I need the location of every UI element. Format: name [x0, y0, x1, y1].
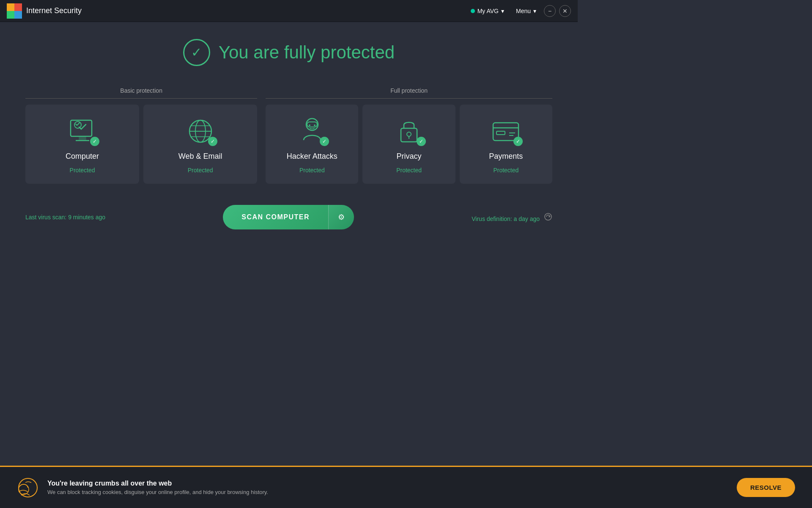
refresh-virus-def-button[interactable] [544, 213, 552, 221]
hacker-attacks-card-name: Hacker Attacks [287, 152, 337, 161]
menu-button[interactable]: Menu ▾ [512, 5, 540, 17]
last-scan-value: 9 minutes ago [68, 214, 105, 221]
menu-chevron-icon: ▾ [533, 8, 536, 14]
virus-def-value: a day ago [514, 215, 540, 222]
protection-groups: Basic protection ✓ [25, 87, 552, 184]
computer-card-name: Computer [66, 152, 99, 161]
svg-rect-5 [79, 137, 86, 140]
payments-protected-badge: ✓ [513, 137, 523, 146]
last-scan-label: Last virus scan: [25, 214, 66, 221]
close-button[interactable]: ✕ [559, 5, 571, 17]
myavg-button[interactable]: My AVG ▾ [466, 5, 508, 17]
privacy-protected-badge: ✓ [417, 137, 426, 146]
privacy-card[interactable]: ✓ Privacy Protected [362, 105, 455, 184]
scan-settings-button[interactable]: ⚙ [328, 205, 354, 229]
payments-card-icon: ✓ [489, 116, 523, 146]
virus-def-label: Virus definition: [472, 215, 512, 222]
svg-rect-14 [307, 122, 317, 127]
web-email-card-name: Web & Email [178, 152, 222, 161]
computer-protected-badge: ✓ [90, 137, 99, 146]
computer-card[interactable]: ✓ Computer Protected [25, 105, 139, 184]
payments-card[interactable]: ✓ Payments Protected [460, 105, 552, 184]
refresh-icon [544, 213, 552, 221]
status-circle-icon: ✓ [183, 39, 210, 66]
hacker-attacks-card-status: Protected [299, 167, 325, 174]
virus-def-info: Virus definition: a day ago [472, 213, 552, 222]
payments-card-status: Protected [493, 167, 518, 174]
svg-point-16 [314, 124, 315, 126]
web-email-card[interactable]: ✓ Web & Email Protected [143, 105, 257, 184]
svg-rect-2 [7, 11, 14, 19]
basic-protection-cards: ✓ Computer Protected [25, 105, 257, 184]
scan-bar: Last virus scan: 9 minutes ago SCAN COMP… [25, 205, 552, 229]
web-email-protected-badge: ✓ [208, 137, 217, 146]
svg-rect-22 [497, 131, 505, 135]
computer-card-status: Protected [70, 167, 95, 174]
hacker-attacks-card-icon: ✓ [295, 116, 329, 146]
status-header: ✓ You are fully protected [25, 39, 552, 66]
svg-rect-1 [14, 3, 22, 11]
avg-logo-icon [7, 3, 22, 19]
hacker-attacks-card[interactable]: ✓ Hacker Attacks Protected [266, 105, 358, 184]
payments-card-name: Payments [489, 152, 523, 161]
svg-rect-4 [71, 120, 92, 136]
svg-point-18 [407, 132, 411, 136]
basic-protection-group: Basic protection ✓ [25, 87, 257, 184]
scan-computer-button[interactable]: SCAN COMPUTER [223, 205, 328, 229]
scan-settings-icon: ⚙ [338, 213, 345, 221]
status-check-icon: ✓ [191, 46, 202, 59]
myavg-label: My AVG [477, 8, 499, 14]
svg-rect-0 [7, 3, 14, 11]
titlebar: Internet Security My AVG ▾ Menu ▾ − ✕ [0, 0, 578, 22]
privacy-card-name: Privacy [397, 152, 422, 161]
myavg-chevron-icon: ▾ [501, 8, 504, 14]
privacy-card-icon: ✓ [392, 116, 426, 146]
titlebar-right: My AVG ▾ Menu ▾ − ✕ [466, 5, 571, 17]
basic-protection-label: Basic protection [25, 87, 257, 99]
minimize-button[interactable]: − [544, 5, 556, 17]
web-email-card-icon: ✓ [184, 116, 217, 146]
hacker-protected-badge: ✓ [320, 137, 329, 146]
main-content: ✓ You are fully protected Basic protecti… [0, 22, 578, 242]
computer-card-icon: ✓ [66, 116, 99, 146]
menu-label: Menu [516, 8, 531, 14]
full-protection-label: Full protection [266, 87, 552, 99]
myavg-dot-icon [471, 9, 475, 13]
full-protection-group: Full protection ✓ [266, 87, 552, 184]
full-protection-cards: ✓ Hacker Attacks Protected ✓ [266, 105, 552, 184]
app-title: Internet Security [26, 6, 82, 15]
titlebar-left: Internet Security [7, 3, 82, 19]
last-scan-info: Last virus scan: 9 minutes ago [25, 214, 105, 221]
web-email-card-status: Protected [188, 167, 213, 174]
svg-rect-3 [14, 11, 22, 19]
svg-point-15 [309, 124, 310, 126]
svg-point-25 [545, 213, 551, 220]
svg-rect-17 [401, 128, 417, 142]
privacy-card-status: Protected [396, 167, 422, 174]
scan-button-container: SCAN COMPUTER ⚙ [223, 205, 354, 229]
status-heading: You are fully protected [219, 42, 395, 63]
